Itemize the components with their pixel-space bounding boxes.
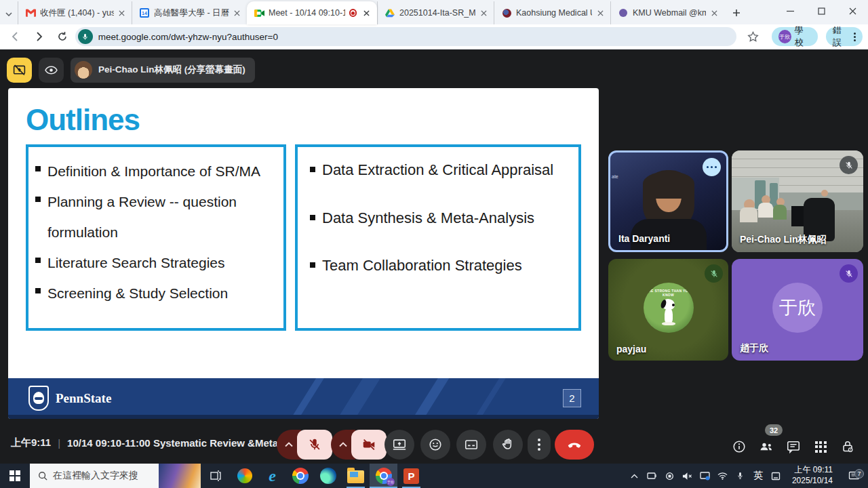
participant-tile-peichao[interactable]: Pei-Chao Lin林佩昭 — [732, 150, 863, 252]
tab-title: Meet - 10/14 09:10-1 — [269, 8, 345, 18]
presenter-name-chip[interactable]: Pei-Chao Lin林佩昭 (分享螢幕畫面) — [71, 58, 255, 83]
tab-close-icon[interactable] — [710, 7, 719, 18]
browser-toolbar: meet.google.com/dwt-yhzw-nyu?authuser=0 … — [0, 24, 868, 49]
powerpoint-icon: P — [403, 468, 419, 484]
taskbar-file-explorer[interactable] — [342, 464, 370, 488]
tab-title: KMU Webmail @kmu.ed — [633, 8, 706, 18]
meeting-clock: 上午9:11 — [11, 436, 51, 449]
tray-mic-icon[interactable] — [734, 469, 747, 483]
taskbar-internet-explorer[interactable]: e — [258, 464, 286, 488]
back-icon[interactable] — [5, 26, 26, 47]
present-screen-button[interactable] — [384, 430, 414, 460]
tab-close-icon[interactable] — [479, 7, 488, 18]
taskbar-edge[interactable] — [314, 464, 342, 488]
new-tab-button[interactable] — [727, 3, 746, 22]
touch-keyboard-icon[interactable] — [769, 469, 783, 483]
visibility-eye-button[interactable] — [39, 58, 64, 83]
activities-button[interactable] — [812, 438, 829, 455]
pennstate-shield-icon — [28, 386, 49, 411]
reactions-button[interactable] — [420, 430, 450, 460]
ime-language-indicator[interactable]: 英 — [751, 469, 765, 483]
tab-search-caret-icon[interactable] — [0, 4, 18, 24]
meet-control-bar: 上午9:11 | 10/14 09:10-11:00 Systematic Re… — [0, 424, 868, 464]
participant-name: Ita Daryanti — [618, 233, 670, 244]
tray-device-icon[interactable] — [646, 469, 659, 483]
menu-error-label: 錯誤 — [833, 24, 849, 49]
browser-menu-chip[interactable]: 錯誤 — [826, 27, 863, 46]
chat-button[interactable] — [785, 438, 802, 455]
taskbar-copilot[interactable] — [231, 464, 258, 488]
tab-webmail[interactable]: KMU Webmail @kmu.ed — [610, 1, 724, 24]
participant-name: Pei-Chao Lin林佩昭 — [740, 234, 827, 246]
participant-name: 趙于欣 — [740, 342, 768, 354]
meet-main-area: Pei-Chao Lin林佩昭 (分享螢幕畫面) Outlines Defini… — [0, 50, 868, 464]
tab-gmail[interactable]: 收件匣 (1,404) - yushin27 — [18, 1, 132, 24]
mic-muted-badge — [840, 156, 858, 174]
tab-calendar[interactable]: 14 高雄醫學大學 - 日曆 - 活動 — [132, 1, 247, 24]
taskbar-powerpoint[interactable]: P — [397, 464, 425, 488]
camera-off-button[interactable] — [351, 430, 387, 460]
tray-sync-icon[interactable] — [663, 469, 677, 483]
more-options-button[interactable] — [528, 430, 551, 460]
meeting-details-button[interactable] — [730, 438, 748, 455]
participant-tile-payjau[interactable]: ARE STRONG THAN YOU KNOW payjau — [608, 259, 728, 361]
volume-muted-icon[interactable] — [681, 469, 694, 483]
tab-kmu[interactable]: Kaohsiung Medical Unive — [494, 1, 610, 24]
tab-title: 高雄醫學大學 - 日曆 - 活動 — [154, 7, 229, 19]
wifi-icon[interactable] — [716, 469, 730, 483]
participant-tile-yuxin[interactable]: 于欣 趙于欣 — [732, 259, 863, 361]
people-button[interactable] — [757, 438, 775, 455]
reload-icon[interactable] — [52, 26, 72, 47]
end-call-button[interactable] — [555, 430, 594, 460]
tab-meet-active[interactable]: Meet - 10/14 09:10-1 — [247, 1, 377, 24]
start-button[interactable] — [0, 464, 30, 488]
raise-hand-button[interactable] — [493, 430, 523, 460]
profile-avatar: 于欣 — [778, 30, 791, 43]
pennstate-wordmark: PennState — [56, 391, 111, 406]
bullet-square-icon — [310, 215, 315, 220]
slide-left-outline-box: Definition & Importance of SR/MA Plannin… — [26, 144, 286, 331]
mic-muted-button[interactable] — [297, 430, 332, 460]
bullet-item: Planning a Review -- question formulatio… — [35, 187, 279, 248]
maximize-button[interactable] — [806, 0, 837, 22]
tab-close-icon[interactable] — [118, 7, 126, 18]
tab-close-icon[interactable] — [233, 7, 241, 18]
slide-right-outline-box: Data Extraction & Critical Appraisal Dat… — [295, 144, 581, 331]
close-window-button[interactable] — [837, 0, 868, 22]
forward-icon[interactable] — [28, 26, 49, 47]
copilot-icon — [237, 468, 252, 483]
bullet-item: Team Collaboration Strategies — [310, 256, 574, 275]
minimize-button[interactable] — [774, 0, 806, 22]
participant-tile-ita[interactable]: ate Ita Daryanti — [608, 150, 728, 252]
browser-tab-strip: 收件匣 (1,404) - yushin27 14 高雄醫學大學 - 日曆 - … — [0, 0, 868, 24]
notification-center-button[interactable]: 7 — [842, 471, 865, 481]
bookmark-star-icon[interactable] — [743, 26, 764, 47]
file-explorer-icon — [347, 470, 364, 483]
host-controls-button[interactable] — [839, 438, 856, 455]
presenter-avatar — [75, 61, 92, 79]
profile-label: 學校 — [795, 24, 811, 49]
tab-drive[interactable]: 20251014-Ita-SR_MA - G — [377, 1, 494, 24]
display-cast-icon[interactable] — [698, 469, 712, 483]
pennstate-logo: PennState — [28, 386, 111, 411]
tab-close-icon[interactable] — [361, 7, 372, 18]
tab-title: 20251014-Ita-SR_MA - G — [399, 8, 475, 18]
taskbar-clock[interactable]: 上午 09:11 2025/10/14 — [787, 465, 838, 486]
tray-expand-icon[interactable] — [628, 469, 642, 483]
address-bar[interactable]: meet.google.com/dwt-yhzw-nyu?authuser=0 — [75, 27, 736, 46]
tab-title: 收件匣 (1,404) - yushin27 — [40, 7, 114, 19]
captions-button[interactable] — [456, 430, 486, 460]
task-view-button[interactable] — [201, 464, 231, 488]
search-placeholder: 在這裡輸入文字來搜 — [53, 470, 138, 482]
taskbar-search-box[interactable]: 在這裡輸入文字來搜 — [30, 464, 201, 488]
snoopy-avatar: ARE STRONG THAN YOU KNOW — [644, 283, 694, 333]
taskbar-chrome[interactable] — [286, 464, 314, 488]
bullet-item: Literature Search Strategies — [35, 248, 279, 279]
camera-control-group — [331, 430, 387, 460]
tab-close-icon[interactable] — [596, 7, 605, 18]
taskbar-chrome-active[interactable]: 于欣 — [370, 464, 397, 488]
profile-chip[interactable]: 于欣 學校 — [772, 27, 818, 46]
tile-options-button[interactable] — [703, 158, 721, 176]
stop-presentation-button[interactable] — [7, 58, 32, 83]
meeting-title: 10/14 09:10-11:00 Systematic Review &Met… — [67, 437, 297, 449]
